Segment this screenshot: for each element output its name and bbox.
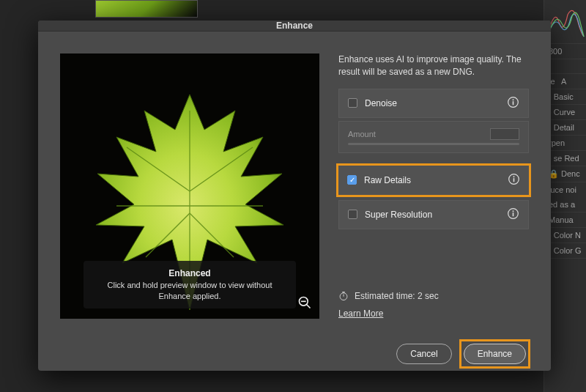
enhance-dialog: Enhance <box>38 21 551 371</box>
info-icon[interactable] <box>507 207 519 222</box>
cancel-button[interactable]: Cancel <box>396 344 451 364</box>
denoise-checkbox[interactable] <box>348 98 357 108</box>
estimated-time: Estimated time: 2 sec <box>338 291 529 301</box>
amount-row: Amount <box>338 121 529 153</box>
svg-rect-12 <box>513 101 514 105</box>
enhance-button-highlight: Enhance <box>459 339 530 369</box>
info-icon[interactable] <box>508 173 520 188</box>
raw-details-checkbox[interactable] <box>347 175 357 185</box>
svg-rect-15 <box>513 178 515 182</box>
super-res-checkbox[interactable] <box>348 210 357 219</box>
preview-pane[interactable]: Enhanced Click and hold preview window t… <box>60 53 319 319</box>
enhance-button[interactable]: Enhance <box>464 344 526 364</box>
super-res-row[interactable]: Super Resolution <box>338 200 529 229</box>
dialog-title: Enhance <box>38 21 551 32</box>
super-res-label: Super Resolution <box>365 210 432 220</box>
svg-rect-18 <box>513 212 514 216</box>
amount-value-field[interactable] <box>490 128 519 140</box>
preview-hint-title: Enhanced <box>94 268 286 278</box>
zoom-out-icon[interactable] <box>297 295 312 310</box>
raw-details-row[interactable]: Raw Details <box>338 166 529 195</box>
svg-point-14 <box>513 176 515 177</box>
dialog-footer: Cancel Enhance <box>38 330 551 382</box>
filmstrip-thumb <box>95 0 198 18</box>
amount-label: Amount <box>348 130 376 138</box>
info-icon[interactable] <box>507 96 519 111</box>
stopwatch-icon <box>338 291 349 301</box>
svg-point-19 <box>340 293 347 300</box>
svg-rect-21 <box>342 292 345 292</box>
amount-slider[interactable] <box>348 143 519 145</box>
learn-more-link[interactable]: Learn More <box>338 308 529 319</box>
estimated-time-label: Estimated time: 2 sec <box>355 291 439 301</box>
dialog-description: Enhance uses AI to improve image quality… <box>338 53 529 78</box>
denoise-label: Denoise <box>365 98 397 108</box>
svg-point-17 <box>513 210 514 212</box>
raw-details-highlight: Raw Details <box>336 163 531 197</box>
svg-line-9 <box>307 305 311 308</box>
preview-hint: Enhanced Click and hold preview window t… <box>84 261 296 308</box>
preview-hint-body: Click and hold preview window to view wi… <box>94 280 286 301</box>
raw-details-label: Raw Details <box>364 175 411 185</box>
svg-point-11 <box>513 99 514 100</box>
options-column: Enhance uses AI to improve image quality… <box>338 53 529 319</box>
denoise-row[interactable]: Denoise <box>338 89 529 118</box>
